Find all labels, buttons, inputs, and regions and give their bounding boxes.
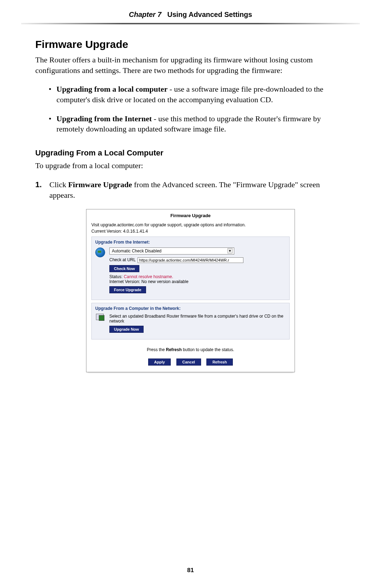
- upgrade-now-button[interactable]: Upgrade Now: [109, 326, 144, 333]
- chapter-label: Chapter 7: [129, 11, 161, 18]
- internet-version-line: Internet Version: No new version availab…: [109, 279, 286, 284]
- subsection-intro: To upgrade from a local computer:: [35, 161, 346, 170]
- bullet-label: Upgrading from a local computer: [56, 85, 168, 93]
- visit-line: Visit upgrade.actiontec.com for upgrade …: [91, 222, 290, 227]
- globe-icon: [95, 247, 105, 257]
- step-text: Click Firmware Upgrade from the Advanced…: [49, 179, 346, 200]
- cancel-button[interactable]: Cancel: [176, 359, 201, 366]
- force-upgrade-button[interactable]: Force Upgrade: [109, 286, 146, 293]
- auto-check-dropdown[interactable]: Automatic Check Disabled: [109, 247, 234, 255]
- subsection-heading: Upgrading From a Local Computer: [35, 148, 346, 158]
- check-url-input[interactable]: https://upgrade.actiontec.com/MI424WR/MI…: [138, 257, 243, 263]
- page-content: Firmware Upgrade The Router offers a bui…: [0, 24, 381, 372]
- page-header: Chapter 7 Using Advanced Settings: [0, 0, 381, 23]
- upgrade-from-computer-section: Upgrade From a Computer in the Network: …: [91, 303, 290, 339]
- bullet-list: Upgrading from a local computer - use a …: [35, 84, 346, 134]
- apply-button[interactable]: Apply: [148, 359, 171, 366]
- internet-section-title: Upgrade From the Internet:: [95, 240, 286, 245]
- refresh-button[interactable]: Refresh: [206, 359, 233, 366]
- footer-refresh-text: Press the Refresh button to update the s…: [86, 347, 295, 352]
- step-number: 1.: [35, 179, 49, 200]
- chapter-title: Using Advanced Settings: [167, 11, 252, 18]
- local-description: Select an updated Broadband Router firmw…: [109, 314, 286, 324]
- firmware-upgrade-panel: Firmware Upgrade Visit upgrade.actiontec…: [86, 209, 295, 372]
- page-number: 81: [0, 567, 381, 574]
- computer-icon: [95, 314, 105, 322]
- list-item: Upgrading from a local computer - use a …: [56, 84, 346, 105]
- status-line: Status: Cannot resolve hostname.: [109, 274, 286, 279]
- panel-footer: Press the Refresh button to update the s…: [86, 345, 295, 372]
- list-item: Upgrading from the Internet - use this m…: [56, 114, 346, 134]
- bullet-label: Upgrading from the Internet: [56, 114, 152, 123]
- section-intro: The Router offers a built-in mechanism f…: [35, 55, 346, 75]
- status-value: Cannot resolve hostname.: [124, 274, 173, 279]
- section-heading: Firmware Upgrade: [35, 38, 346, 50]
- check-url-row: Check at URL https://upgrade.actiontec.c…: [109, 257, 286, 263]
- check-now-button[interactable]: Check Now: [109, 265, 139, 272]
- upgrade-from-internet-section: Upgrade From the Internet: Automatic Che…: [91, 237, 290, 300]
- local-section-title: Upgrade From a Computer in the Network:: [95, 306, 286, 311]
- step-1: 1. Click Firmware Upgrade from the Advan…: [35, 179, 346, 200]
- current-version: Current Version: 4.0.16.1.41.4: [91, 229, 290, 234]
- panel-title: Firmware Upgrade: [86, 209, 295, 221]
